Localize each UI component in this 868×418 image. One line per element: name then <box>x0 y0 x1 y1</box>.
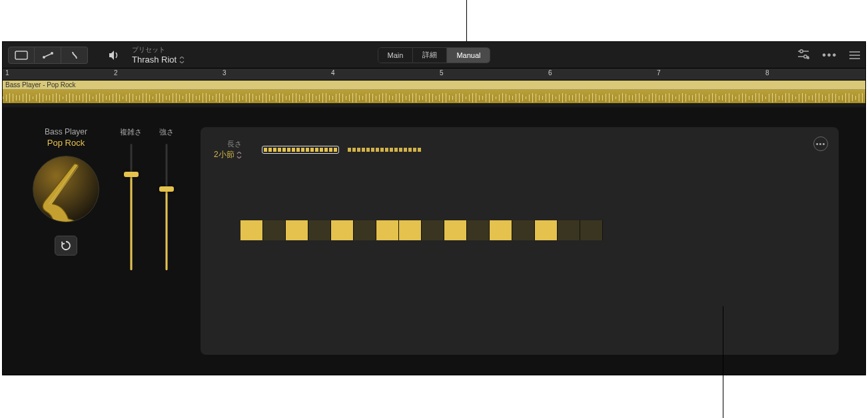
segment-group[interactable] <box>262 146 339 154</box>
step-cell[interactable] <box>558 220 580 240</box>
segment-group[interactable] <box>346 146 423 154</box>
complexity-slider[interactable] <box>125 144 138 270</box>
instrument-avatar[interactable] <box>33 156 99 222</box>
callout-line-top <box>466 0 467 41</box>
intensity-slider[interactable] <box>160 144 173 270</box>
step-cell[interactable] <box>263 220 286 240</box>
step-cell[interactable] <box>422 220 444 240</box>
svg-point-5 <box>800 49 803 52</box>
preset-label: プリセット <box>132 45 185 55</box>
step-cell[interactable] <box>240 220 263 240</box>
svg-point-8 <box>807 57 809 59</box>
tab-main[interactable]: Main <box>378 48 414 63</box>
volume-icon[interactable] <box>108 50 120 61</box>
pattern-length-selector[interactable]: 長さ 2小節 <box>214 139 242 160</box>
ruler-mark: 5 <box>440 69 444 77</box>
intensity-label: 強さ <box>159 127 174 137</box>
player-type-label: Bass Player <box>29 127 103 136</box>
length-value: 2小節 <box>214 149 234 160</box>
chevrons-icon <box>179 57 185 63</box>
preset-name: Thrash Riot <box>132 55 177 65</box>
regenerate-button[interactable] <box>55 236 77 256</box>
preset-selector[interactable]: プリセット Thrash Riot <box>132 45 185 65</box>
length-label: 長さ <box>214 139 242 149</box>
settings-sliders-button[interactable] <box>797 49 810 62</box>
view-tabs: Main 詳細 Manual <box>378 47 491 63</box>
svg-rect-0 <box>15 51 27 59</box>
ruler-mark: 1 <box>5 69 9 77</box>
step-cell[interactable] <box>354 220 376 240</box>
step-cell[interactable] <box>444 220 467 240</box>
menu-button[interactable] <box>849 51 860 59</box>
step-cell[interactable] <box>467 220 490 240</box>
pattern-panel: 長さ 2小節 ••• <box>201 127 839 355</box>
step-cell[interactable] <box>490 220 512 240</box>
flex-view-button[interactable] <box>61 47 88 64</box>
svg-line-3 <box>45 54 51 57</box>
automation-view-button[interactable] <box>35 47 61 64</box>
step-cell[interactable] <box>286 220 308 240</box>
step-cell[interactable] <box>308 220 331 240</box>
step-sequencer[interactable] <box>240 220 825 240</box>
more-options-button[interactable]: ••• <box>822 49 837 61</box>
region-name[interactable]: Bass Player - Pop Rock <box>3 81 865 90</box>
ruler-mark: 2 <box>114 69 118 77</box>
ruler-mark: 3 <box>222 69 226 77</box>
ruler-mark: 4 <box>331 69 335 77</box>
region-view-button[interactable] <box>8 47 35 64</box>
track-area: Bass Player - Pop Rock <box>3 81 865 107</box>
step-cell[interactable] <box>580 220 603 240</box>
player-panel: Bass Player Pop Rock 複雑さ <box>29 127 174 355</box>
segment-selector[interactable] <box>262 146 423 154</box>
step-cell[interactable] <box>376 220 399 240</box>
editor-area: Bass Player Pop Rock 複雑さ <box>3 107 865 375</box>
player-style-label: Pop Rock <box>29 138 103 148</box>
pattern-more-button[interactable]: ••• <box>813 136 828 151</box>
app-window: プリセット Thrash Riot Main 詳細 Manual ••• <box>2 41 866 375</box>
tab-detail[interactable]: 詳細 <box>413 48 447 63</box>
callout-line-bottom <box>723 306 723 418</box>
timeline-ruler[interactable]: 1 2 3 4 5 6 7 8 <box>3 69 865 81</box>
step-cell[interactable] <box>512 220 535 240</box>
region-waveform[interactable] <box>3 90 865 103</box>
ruler-mark: 6 <box>548 69 552 77</box>
complexity-label: 複雑さ <box>120 127 142 137</box>
tab-manual[interactable]: Manual <box>447 48 490 63</box>
step-cell[interactable] <box>399 220 422 240</box>
step-cell[interactable] <box>331 220 354 240</box>
ruler-mark: 7 <box>657 69 661 77</box>
ruler-mark: 8 <box>765 69 769 77</box>
chevrons-icon <box>236 152 242 158</box>
step-cell[interactable] <box>535 220 558 240</box>
svg-point-7 <box>804 55 807 57</box>
toolbar: プリセット Thrash Riot Main 詳細 Manual ••• <box>3 42 865 69</box>
